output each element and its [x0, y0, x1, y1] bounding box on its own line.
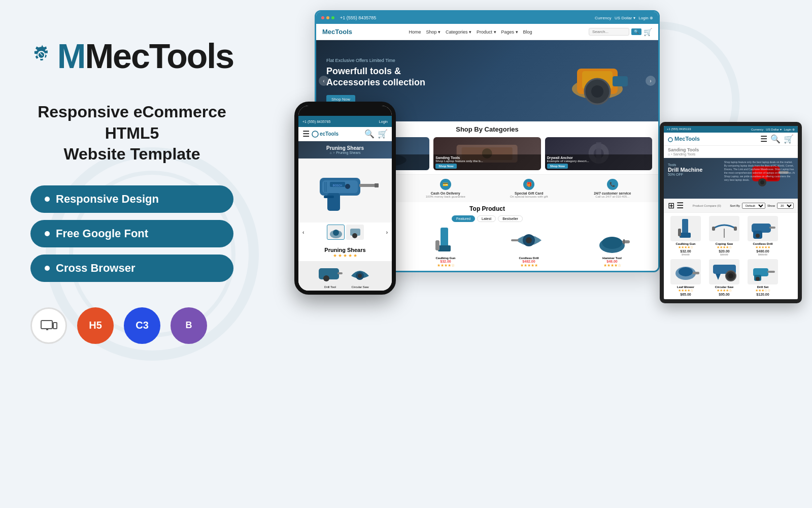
tagline: Responsive eCommerce HTML5 Website Templ…: [30, 102, 233, 165]
responsive-label: Responsive Design: [56, 193, 159, 206]
svg-point-32: [602, 237, 622, 249]
svg-rect-52: [337, 272, 343, 274]
phone-cart-icon[interactable]: 🛒: [378, 129, 388, 139]
tablet-prod-saw[interactable]: Circular Saw ★★★★☆ $95.00: [706, 259, 742, 296]
tablet-prod-drill-set[interactable]: Drill Set ★★★☆☆ $120.00: [745, 259, 781, 296]
tech-icons-row: H5 C3 B: [30, 307, 233, 344]
product-caulk[interactable]: Caulking Gun $32.00 ★★★★☆: [405, 225, 486, 268]
thumb-1[interactable]: [327, 225, 345, 240]
sanding-shop-btn[interactable]: Shop Now: [435, 164, 456, 169]
phone-login-text[interactable]: Login: [379, 120, 388, 123]
right-panel: +1 (555) 8435785 Currency US Dollar ▾ Lo…: [264, 0, 812, 508]
tablet-prod-caulking[interactable]: Caulking Gun ★★★★☆ $32.00 $40.00: [668, 216, 703, 256]
tablet-cart-icon[interactable]: 🛒: [784, 134, 794, 144]
tablet-prod-blower[interactable]: Leaf Blower ★★★★☆ $65.00: [668, 259, 703, 296]
tablet-prod-price-4: $65.00: [668, 293, 703, 296]
tablet-breadcrumb-nav: ⌂ › Sanding Tools: [668, 152, 695, 156]
category-item-sanding[interactable]: Sanding Tools Shop Laptop feature only t…: [433, 137, 540, 170]
svg-point-35: [312, 131, 318, 137]
phone-drill-display: BOSCH: [298, 158, 392, 223]
tablet-top-bar: +1 (555) 8435133 Currency US Dollar ▾ Lo…: [664, 126, 798, 133]
responsive-design-badge: Responsive Design: [30, 185, 233, 213]
search-button[interactable]: 🔍: [631, 28, 641, 35]
site-navbar: MecTools Home Shop ▾ Categories ▾ Produc…: [316, 24, 658, 40]
cod-icon: 💳: [440, 179, 451, 190]
tablet-compare-text: Product Compare (0): [693, 204, 721, 207]
css3-label: C3: [136, 320, 149, 331]
thumb-prev-arrow[interactable]: ‹: [302, 230, 304, 235]
tablet-stars-1: ★★★★☆: [668, 245, 703, 249]
svg-point-78: [728, 273, 733, 278]
sort-select[interactable]: Default: [742, 203, 765, 209]
phone-prod-item-2[interactable]: Circular Saw: [346, 263, 374, 289]
svg-rect-63: [682, 219, 688, 234]
drywall-shop-btn[interactable]: Shop Now: [547, 164, 568, 169]
svg-rect-41: [324, 196, 334, 198]
tablet-prod-cordless[interactable]: Cordless Drill ★★★★★ $480.00 $600.00: [745, 216, 781, 256]
tablet-prod-coping-saw[interactable]: Coping Saw ★★★★☆ $20.00 $30.00: [706, 216, 742, 256]
nav-product[interactable]: Product ▾: [477, 29, 496, 35]
tablet-stars-4: ★★★★☆: [668, 289, 703, 293]
nav-pages[interactable]: Pages ▾: [501, 29, 518, 35]
search-input[interactable]: [589, 28, 629, 36]
svg-point-82: [756, 277, 760, 281]
svg-point-42: [345, 184, 350, 189]
hero-next-arrow[interactable]: ›: [646, 76, 656, 86]
logo-area: MMecTools: [30, 25, 233, 86]
category-item-drywall[interactable]: Drywall Anchor Example of category descr…: [545, 137, 652, 170]
tablet-breadcrumb: Sanding Tools ⌂ › Sanding Tools: [664, 146, 798, 158]
nav-shop[interactable]: Shop ▾: [426, 29, 441, 35]
phone-logo: ecTools: [312, 131, 339, 138]
badge-dot: [45, 197, 50, 202]
product-saw[interactable]: Cordless Drill $482.00 ★★★★★: [489, 225, 569, 268]
prod-price-4: $48.00: [572, 260, 652, 263]
svg-point-50: [352, 233, 357, 238]
svg-rect-6: [46, 329, 48, 330]
list-view-icon[interactable]: ☰: [676, 201, 684, 210]
tagline-line2: HTML5: [30, 123, 233, 144]
svg-rect-5: [41, 321, 52, 329]
cod-sub: 100% money back guarantee: [406, 195, 486, 198]
bootstrap-icon: B: [171, 307, 207, 344]
tablet-prod-img-2: [709, 216, 739, 241]
svg-text:BOSCH: BOSCH: [333, 184, 342, 187]
tagline-line1: Responsive eCommerce: [30, 102, 233, 123]
tablet-prod-img-6: [748, 259, 778, 284]
cart-icon[interactable]: 🛒: [644, 28, 652, 36]
nav-categories[interactable]: Categories ▾: [446, 29, 471, 35]
product-vacuum[interactable]: Hammer Tool $48.00 ★★★★☆: [572, 225, 652, 268]
tablet-prod-img-5: [709, 259, 739, 284]
thumb-2[interactable]: [346, 225, 364, 240]
css3-icon: C3: [124, 307, 160, 344]
svg-point-72: [756, 234, 760, 238]
phone-prod-item-1[interactable]: Drill Tool: [316, 263, 344, 289]
nav-home[interactable]: Home: [409, 29, 421, 35]
tablet-menu-icon[interactable]: ☰: [760, 134, 767, 144]
prod-price-2: $32.00: [405, 260, 486, 263]
phone-status-text: +1 (555) 8435785: [302, 120, 330, 123]
phone-menu-icon[interactable]: ☰: [302, 129, 310, 139]
show-select[interactable]: 20: [777, 203, 794, 209]
phone-search-icon[interactable]: 🔍: [364, 129, 375, 139]
tablet-prod-img-1: [670, 216, 701, 241]
svg-rect-71: [769, 227, 775, 229]
phone-product-info: Pruning Shears ★ ★ ★ ★ ★: [298, 242, 392, 261]
tab-bestseller[interactable]: Bestseller: [498, 215, 523, 222]
tablet-search-icon[interactable]: 🔍: [770, 134, 781, 144]
phone-notch: [298, 106, 392, 116]
tablet-hero-text: Tools Drill Machine 50% OFF: [668, 163, 794, 176]
tab-featured[interactable]: Featured: [452, 215, 475, 222]
tablet-stars-5: ★★★★☆: [706, 289, 742, 293]
prod-stars-3: ★★★★★: [489, 263, 569, 268]
nav-search: 🔍 🛒: [589, 28, 652, 36]
phone-navbar: ☰ ecTools 🔍 🛒: [298, 127, 392, 141]
grid-view-icon[interactable]: ⊞: [668, 201, 674, 210]
thumb-next-arrow[interactable]: ›: [386, 230, 388, 235]
nav-blog[interactable]: Blog: [523, 29, 532, 35]
main-layout: MMecTools Responsive eCommerce HTML5 Web…: [0, 0, 812, 508]
drill-svg: BOSCH: [310, 163, 381, 218]
bootstrap-label: B: [186, 320, 192, 331]
svg-point-48: [333, 230, 339, 236]
gift-title: Special Gift Card: [489, 192, 569, 195]
tab-latest[interactable]: Latest: [477, 215, 496, 222]
